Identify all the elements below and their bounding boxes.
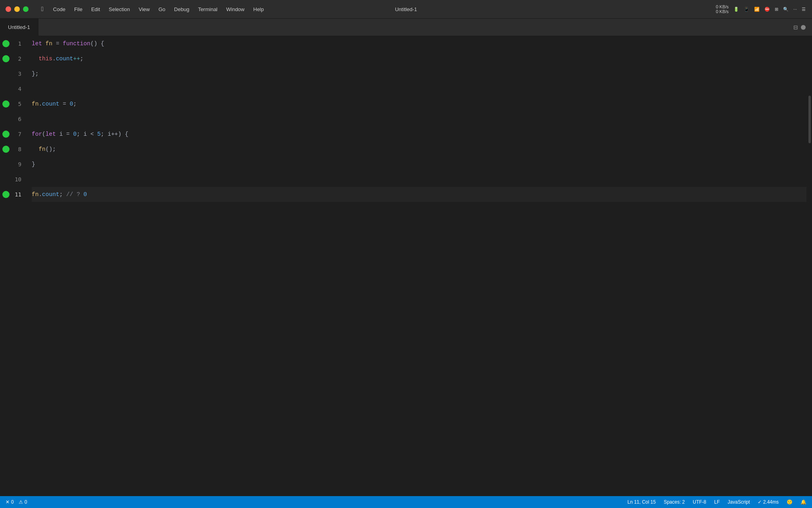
code-line-6 xyxy=(32,112,806,127)
warning-number: 0 xyxy=(25,499,27,505)
terminal-menu[interactable]: Terminal xyxy=(194,5,221,14)
list-icon: ☰ xyxy=(802,7,806,12)
breakpoint-11[interactable] xyxy=(2,191,10,198)
dot-icon xyxy=(801,25,806,30)
help-menu[interactable]: Help xyxy=(249,5,268,14)
battery-icon: 🔋 xyxy=(733,7,739,12)
gutter-row-5: 5 xyxy=(0,96,24,112)
line-number-10: 10 xyxy=(12,176,21,183)
gutter-row-11: 11 xyxy=(0,187,24,202)
traffic-lights xyxy=(0,6,33,12)
notification-icon[interactable]: 🔔 xyxy=(801,499,806,505)
search-icon: 🔍 xyxy=(783,7,789,12)
code-menu[interactable]: Code xyxy=(49,5,69,14)
code-line-1: let fn = function() { xyxy=(32,36,806,51)
titlebar-right: 0 KB/s0 KB/s 🔋 📱 📶 ⛔ ⊞ 🔍 ··· ☰ xyxy=(716,4,812,14)
line-number-4: 4 xyxy=(12,86,21,92)
gutter-row-8: 8 xyxy=(0,142,24,157)
error-icon: ✕ xyxy=(6,499,10,505)
minimize-button[interactable] xyxy=(14,6,20,12)
tab-bar: Untitled-1 ⊟ xyxy=(0,19,812,36)
breakpoint-2[interactable] xyxy=(2,55,10,62)
menu-bar:  Code File Edit Selection View Go Debug… xyxy=(33,0,272,18)
indentation[interactable]: Spaces: 2 xyxy=(664,499,685,505)
gutter-row-3: 3 xyxy=(0,66,24,81)
code-line-3: }; xyxy=(32,66,806,81)
editor-content: 1 2 3 4 5 6 7 8 xyxy=(0,36,812,202)
code-line-4 xyxy=(32,81,806,96)
window-title: Untitled-1 xyxy=(395,6,417,12)
split-editor-icon[interactable]: ⊟ xyxy=(793,23,798,32)
code-line-9: } xyxy=(32,157,806,172)
gutter-row-6: 6 xyxy=(0,112,24,127)
code-editor[interactable]: let fn = function() { this.count++; }; f… xyxy=(24,36,806,202)
line-number-6: 6 xyxy=(12,116,21,122)
editor-tab[interactable]: Untitled-1 xyxy=(0,19,38,36)
line-number-8: 8 xyxy=(12,146,21,152)
error-count[interactable]: ✕ 0 ⚠ 0 xyxy=(6,499,27,505)
encoding[interactable]: UTF-8 xyxy=(693,499,706,505)
line-ending[interactable]: LF xyxy=(714,499,720,505)
code-line-7: for(let i = 0; i < 5; i++) { xyxy=(32,127,806,142)
line-number-9: 9 xyxy=(12,161,21,167)
gutter-row-7: 7 xyxy=(0,127,24,142)
line-gutter: 1 2 3 4 5 6 7 8 xyxy=(0,36,24,202)
breakpoint-5[interactable] xyxy=(2,100,10,108)
feedback-icon[interactable]: 🙂 xyxy=(787,499,793,505)
breakpoint-7[interactable] xyxy=(2,131,10,138)
status-bar: ✕ 0 ⚠ 0 Ln 11, Col 15 Spaces: 2 UTF-8 LF… xyxy=(0,496,812,508)
line-number-11: 11 xyxy=(12,191,21,198)
tab-actions: ⊟ xyxy=(793,23,812,32)
gutter-row-10: 10 xyxy=(0,172,24,187)
line-number-1: 1 xyxy=(12,40,21,47)
close-button[interactable] xyxy=(6,6,11,12)
wifi-icon: 📶 xyxy=(754,7,760,12)
apple-menu[interactable]:  xyxy=(36,4,48,14)
file-menu[interactable]: File xyxy=(70,5,86,14)
line-number-5: 5 xyxy=(12,101,21,107)
window-menu[interactable]: Window xyxy=(222,5,249,14)
gutter-row-9: 9 xyxy=(0,157,24,172)
phone-icon: 📱 xyxy=(744,7,749,12)
code-line-2: this.count++; xyxy=(32,51,806,66)
breakpoint-1[interactable] xyxy=(2,40,10,47)
status-right: Ln 11, Col 15 Spaces: 2 UTF-8 LF JavaScr… xyxy=(628,499,807,505)
line-number-3: 3 xyxy=(12,71,21,77)
more-icon: ··· xyxy=(793,7,797,12)
selection-menu[interactable]: Selection xyxy=(105,5,134,14)
vertical-scrollbar[interactable] xyxy=(806,36,812,202)
titlebar:  Code File Edit Selection View Go Debug… xyxy=(0,0,812,19)
network-speed: 0 KB/s0 KB/s xyxy=(716,4,728,14)
maximize-button[interactable] xyxy=(23,6,29,12)
timing-info: ✓ 2.44ms xyxy=(758,499,779,505)
breakpoint-8[interactable] xyxy=(2,146,10,153)
gutter-row-4: 4 xyxy=(0,81,24,96)
gutter-row-2: 2 xyxy=(0,51,24,66)
scrollbar-thumb[interactable] xyxy=(808,96,811,143)
line-number-7: 7 xyxy=(12,131,21,137)
warning-icon: ⚠ xyxy=(19,499,23,505)
do-not-disturb-icon: ⛔ xyxy=(764,7,770,12)
error-number: 0 xyxy=(11,499,14,505)
go-menu[interactable]: Go xyxy=(155,5,169,14)
debug-menu[interactable]: Debug xyxy=(170,5,193,14)
line-number-2: 2 xyxy=(12,56,21,62)
edit-menu[interactable]: Edit xyxy=(87,5,104,14)
code-line-5: fn.count = 0; xyxy=(32,96,806,112)
cursor-position[interactable]: Ln 11, Col 15 xyxy=(628,499,656,505)
code-line-10 xyxy=(32,172,806,187)
gutter-row-1: 1 xyxy=(0,36,24,51)
language-mode[interactable]: JavaScript xyxy=(728,499,750,505)
control-center-icon: ⊞ xyxy=(775,7,778,12)
code-line-11: fn.count; // ? 0 xyxy=(32,187,806,202)
code-line-8: fn(); xyxy=(32,142,806,157)
tab-label: Untitled-1 xyxy=(8,24,30,30)
view-menu[interactable]: View xyxy=(135,5,154,14)
